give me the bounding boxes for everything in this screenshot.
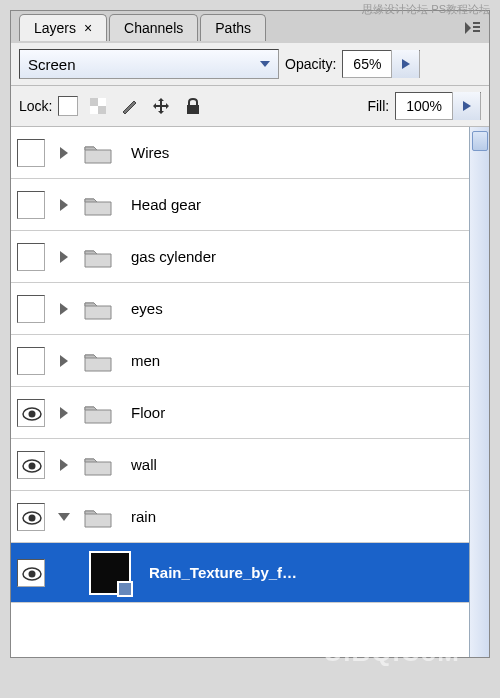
chevron-down-icon <box>58 513 70 521</box>
disclosure-triangle[interactable] <box>55 407 73 419</box>
dropdown-arrow-icon <box>260 61 270 67</box>
watermark-top: 思缘设计论坛 PS教程论坛 <box>362 2 490 17</box>
folder-icon <box>83 349 113 373</box>
folder-icon <box>83 453 113 477</box>
disclosure-triangle[interactable] <box>55 147 73 159</box>
layer-name[interactable]: Floor <box>131 404 165 421</box>
svg-rect-5 <box>90 98 98 106</box>
lock-label: Lock: <box>19 98 52 114</box>
tab-layers[interactable]: Layers × <box>19 14 107 41</box>
lock-paint-icon[interactable] <box>118 95 140 117</box>
svg-marker-0 <box>465 22 471 34</box>
layer-name[interactable]: gas cylender <box>131 248 216 265</box>
layer-thumbnail[interactable] <box>89 551 131 595</box>
chevron-right-icon <box>60 251 68 263</box>
svg-rect-6 <box>98 106 106 114</box>
visibility-toggle[interactable] <box>17 347 45 375</box>
svg-rect-20 <box>119 583 131 595</box>
lock-all-icon[interactable] <box>182 95 204 117</box>
eye-icon <box>22 511 40 523</box>
fill-flyout-icon[interactable] <box>452 92 480 120</box>
visibility-toggle[interactable] <box>17 243 45 271</box>
lock-transparency-icon <box>88 96 108 116</box>
svg-point-12 <box>29 410 36 417</box>
disclosure-triangle[interactable] <box>55 459 73 471</box>
visibility-toggle[interactable] <box>17 191 45 219</box>
tab-label: Channels <box>124 20 183 36</box>
tab-label: Paths <box>215 20 251 36</box>
visibility-toggle[interactable] <box>17 451 45 479</box>
blend-row: Screen Opacity: 65% <box>11 43 489 85</box>
svg-rect-2 <box>473 26 480 28</box>
layer-name[interactable]: wall <box>131 456 157 473</box>
layer-row[interactable]: wall <box>11 439 469 491</box>
layer-row[interactable]: Floor <box>11 387 469 439</box>
lock-buttons <box>58 95 204 117</box>
tab-label: Layers <box>34 20 76 36</box>
disclosure-triangle[interactable] <box>55 199 73 211</box>
chevron-right-icon <box>60 459 68 471</box>
svg-point-14 <box>29 462 36 469</box>
visibility-toggle[interactable] <box>17 139 45 167</box>
layer-row[interactable]: men <box>11 335 469 387</box>
panel-menu-icon[interactable] <box>463 20 481 34</box>
blend-mode-select[interactable]: Screen <box>19 49 279 79</box>
layer-name[interactable]: Rain_Texture_by_f… <box>149 564 297 581</box>
blend-mode-value: Screen <box>28 56 76 73</box>
chevron-right-icon <box>60 355 68 367</box>
layer-row[interactable]: Wires <box>11 127 469 179</box>
folder-icon <box>83 297 113 321</box>
layer-name[interactable]: eyes <box>131 300 163 317</box>
layer-row[interactable]: gas cylender <box>11 231 469 283</box>
layer-name[interactable]: Head gear <box>131 196 201 213</box>
folder-icon <box>83 505 113 529</box>
lock-row: Lock: Fill: 100% <box>11 86 489 126</box>
chevron-right-icon <box>60 199 68 211</box>
tab-channels[interactable]: Channels <box>109 14 198 41</box>
opacity-label: Opacity: <box>285 56 336 72</box>
scroll-thumb[interactable] <box>472 131 488 151</box>
disclosure-triangle[interactable] <box>55 303 73 315</box>
svg-rect-9 <box>187 105 199 114</box>
chevron-right-icon <box>60 407 68 419</box>
layer-name[interactable]: rain <box>131 508 156 525</box>
opacity-value: 65% <box>343 56 391 72</box>
visibility-toggle[interactable] <box>17 559 45 587</box>
close-icon[interactable]: × <box>84 20 92 36</box>
layer-row[interactable]: Rain_Texture_by_f… <box>11 543 469 603</box>
svg-rect-3 <box>473 30 480 32</box>
lock-transparency-checkbox[interactable] <box>58 96 78 116</box>
disclosure-triangle[interactable] <box>55 251 73 263</box>
opacity-flyout-icon[interactable] <box>391 50 419 78</box>
visibility-toggle[interactable] <box>17 295 45 323</box>
disclosure-triangle[interactable] <box>55 355 73 367</box>
chevron-right-icon <box>60 303 68 315</box>
layer-row[interactable]: Head gear <box>11 179 469 231</box>
svg-rect-7 <box>98 98 106 106</box>
layer-row[interactable]: rain <box>11 491 469 543</box>
chevron-right-icon <box>60 147 68 159</box>
layer-name[interactable]: Wires <box>131 144 169 161</box>
layer-name[interactable]: men <box>131 352 160 369</box>
lock-position-icon[interactable] <box>150 95 172 117</box>
watermark-bottom: UiBQ.CoM <box>323 637 460 668</box>
fill-value: 100% <box>396 98 452 114</box>
folder-icon <box>83 141 113 165</box>
scrollbar[interactable] <box>469 127 489 657</box>
eye-icon <box>22 407 40 419</box>
layers-list[interactable]: WiresHead geargas cylendereyesmenFloorwa… <box>11 127 469 657</box>
svg-point-18 <box>29 570 36 577</box>
tab-paths[interactable]: Paths <box>200 14 266 41</box>
disclosure-triangle[interactable] <box>55 513 73 521</box>
eye-icon <box>22 567 40 579</box>
svg-marker-4 <box>402 59 410 69</box>
svg-marker-10 <box>463 101 471 111</box>
eye-icon <box>22 459 40 471</box>
fill-field[interactable]: 100% <box>395 92 481 120</box>
layer-row[interactable]: eyes <box>11 283 469 335</box>
visibility-toggle[interactable] <box>17 503 45 531</box>
folder-icon <box>83 401 113 425</box>
visibility-toggle[interactable] <box>17 399 45 427</box>
svg-rect-1 <box>473 22 480 24</box>
opacity-field[interactable]: 65% <box>342 50 420 78</box>
